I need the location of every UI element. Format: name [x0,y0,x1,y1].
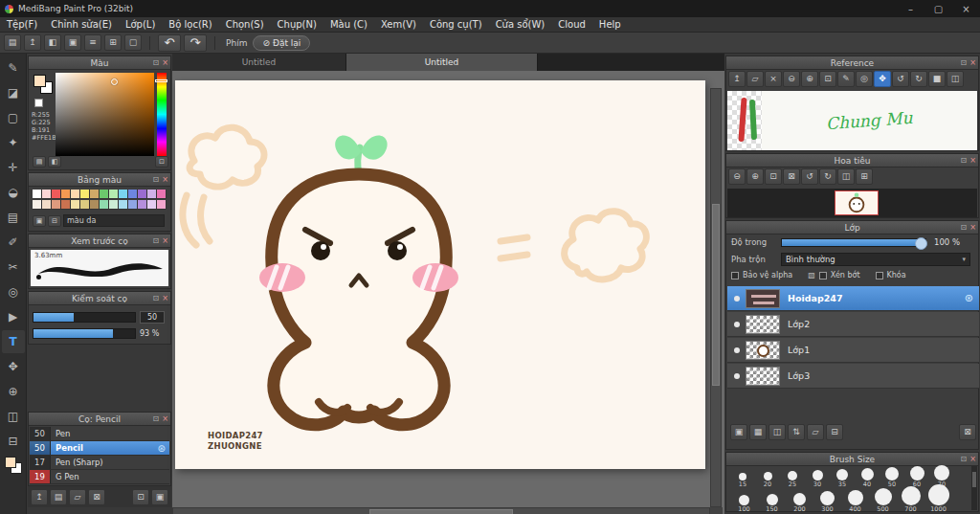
mode-grid-icon[interactable]: ▤ [33,156,46,168]
divide-tool[interactable]: ◫ [2,405,25,428]
popout-icon[interactable]: ⊡ [153,235,160,247]
palette-swatch[interactable] [119,190,128,199]
brush-item[interactable]: 17 Pen (Sharp) [30,456,169,470]
brush-size-option[interactable]: 40 [855,467,880,488]
menu-mau[interactable]: Màu (C) [323,17,374,33]
palette-swatch[interactable] [109,190,119,199]
brush-size-option[interactable]: 700 [897,486,924,512]
layer-row[interactable]: Lớp1 [727,338,979,363]
zoom-tool[interactable]: ⊕ [2,380,25,403]
brush-size-option[interactable]: 20 [755,467,780,488]
layer-thumbnail[interactable] [746,367,780,386]
clipping-checkbox[interactable] [819,272,827,279]
navigator-view[interactable] [727,189,977,217]
popout-icon[interactable]: ⊡ [961,57,968,69]
close-icon[interactable]: × [162,293,168,304]
alpha-protect-checkbox[interactable] [731,272,739,279]
fit-view-icon[interactable]: ⊡ [819,71,836,87]
move-tool[interactable]: ✛ [2,156,25,179]
menu-cloud[interactable]: Cloud [551,17,592,33]
palette-swatch[interactable] [100,190,109,199]
blend-mode-select[interactable]: Bình thường ▾ [781,253,970,266]
popout-icon[interactable]: ⊡ [961,222,968,234]
color-window-icon[interactable]: ⊡ [155,156,168,168]
brush-settings-icon[interactable]: ⊡ [132,489,149,505]
menu-cong-cu[interactable]: Công cụ(T) [423,17,489,33]
lasso-tool[interactable]: ✂ [2,256,25,279]
grid-icon[interactable]: ⊞ [104,34,122,51]
menu-bo-loc[interactable]: Bộ lọc(R) [162,17,218,33]
palette-swatch[interactable] [71,190,80,199]
operation-tool[interactable]: ▶ [2,305,25,328]
hand-tool[interactable]: ✥ [2,355,25,378]
rotate-right-icon[interactable]: ↻ [910,71,927,87]
palette-swatch[interactable] [33,200,42,210]
palette-swatch[interactable] [119,200,128,210]
close-icon[interactable]: × [162,174,168,186]
redo-icon[interactable]: ↷ [184,34,207,52]
gradient-tool[interactable]: ▤ [2,206,25,229]
brush-size-option[interactable]: 100 [730,486,758,512]
transparent-color-swatch[interactable] [34,99,43,107]
new-layer-icon[interactable]: ▣ [730,424,747,440]
reference-image[interactable]: Chung Mu [727,91,977,150]
palette-swatch[interactable] [138,190,147,199]
pen-tool[interactable]: ✎ [2,56,25,79]
brush-item[interactable]: 19 G Pen [30,470,169,484]
navigator-thumbnail[interactable] [835,190,879,215]
canvas-tab-active[interactable]: Untitled [346,54,538,71]
scrollbar-thumb[interactable] [972,472,976,487]
reference-panel-header[interactable]: Reference ⊡× [726,56,978,70]
palette-swatch[interactable] [128,190,138,199]
visibility-dot[interactable] [734,296,740,302]
palette-swatch[interactable] [109,200,119,210]
brush-size-option[interactable]: 1000 [924,486,952,512]
palette-swatch[interactable] [80,190,90,199]
brush-size-option[interactable]: 15 [730,467,755,488]
export-icon[interactable]: ↥ [24,34,41,51]
rotate-left-icon[interactable]: ↺ [892,71,909,87]
scrollbar-thumb[interactable] [712,204,720,386]
menu-xem[interactable]: Xem(V) [374,17,423,33]
brush-size-option[interactable]: 150 [758,486,786,512]
clear-icon[interactable]: × [765,71,782,87]
palette-swatch[interactable] [61,190,71,199]
palette-swatch[interactable] [52,200,61,210]
bucket-tool[interactable]: ◒ [2,181,25,204]
hue-slider[interactable] [157,73,167,156]
brush-menu-icon[interactable]: ▣ [151,489,168,505]
layers-panel-header[interactable]: Lớp ⊡× [726,221,978,235]
brush-size-value[interactable]: 50 [140,311,165,324]
brush-size-slider[interactable] [33,312,136,323]
brush-control-header[interactable]: Kiểm soát cọ ⊡× [29,292,170,305]
close-icon[interactable]: × [969,222,976,234]
popout-icon[interactable]: ⊡ [961,454,968,465]
flip-icon[interactable]: ◫ [837,168,855,185]
brush-size-option[interactable]: 35 [830,467,855,488]
menu-chup[interactable]: Chụp(N) [271,17,323,33]
brush-item-selected[interactable]: 50 Pencil ⊛ [30,441,169,456]
close-icon[interactable]: × [969,57,976,69]
close-icon[interactable]: × [952,0,980,17]
pencil-icon[interactable]: ✎ [837,71,855,87]
popout-icon[interactable]: ⊡ [153,413,160,425]
reorder-layer-icon[interactable]: ⇅ [788,424,805,440]
panel-icon[interactable]: ▢ [124,34,142,51]
color-square-icon[interactable]: ■ [928,71,946,87]
layer-thumbnail[interactable] [746,289,780,308]
fit-icon[interactable]: ⊠ [783,168,800,185]
close-icon[interactable]: × [162,57,168,69]
select-tool[interactable]: ▢ [2,106,25,129]
close-icon[interactable]: × [162,235,168,247]
brush-size-option[interactable]: 50 [880,467,904,488]
palette-swatch[interactable] [90,190,100,199]
delete-color-icon[interactable]: ⊟ [48,215,61,227]
foreground-color-swatch[interactable] [5,457,16,468]
palette-swatch[interactable] [61,200,71,210]
maximize-icon[interactable]: ▢ [924,0,952,17]
palette-name-field[interactable]: màu da [63,214,165,227]
vertical-scrollbar[interactable] [710,88,722,507]
eyedropper-icon[interactable]: ◎ [856,71,873,87]
palette-swatch[interactable] [138,200,147,210]
palette-swatch[interactable] [52,190,61,199]
